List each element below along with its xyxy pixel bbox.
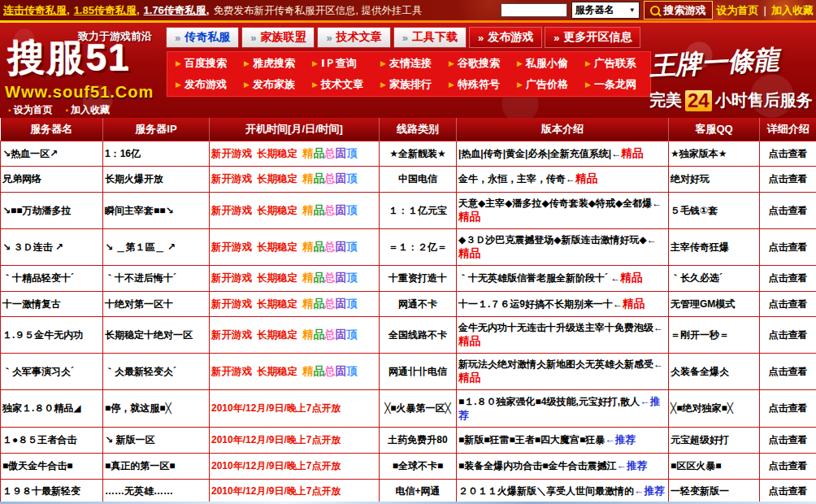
search-input[interactable] (501, 3, 567, 17)
detail-link[interactable]: 点击查看 (769, 460, 808, 471)
detail-link[interactable]: 点击查看 (769, 173, 808, 185)
nav-tabs: »传奇私服»家族联盟»技术文章»工具下载»发布游戏»更多开区信息 (166, 27, 640, 48)
open-time-cell: 新开游戏长期稳定精品总固顶 (210, 292, 380, 317)
version-intro-cell: ■新版■狂雷■王者■四大魔宫■狂暴←推荐 (457, 428, 669, 454)
service-qq-cell: 一轻变新版一 (669, 480, 760, 503)
server-name-cell[interactable]: １●８５王者合击 (1, 428, 103, 454)
open-time-cell: 新开游戏长期稳定精品总固顶 (210, 193, 380, 229)
set-home-link[interactable]: 设为首页 (717, 3, 759, 18)
line-type-cell: ＝１：２亿＝ (380, 229, 457, 266)
server-name-cell[interactable]: ↘ ３Ｄ连击 ↗ (1, 229, 103, 266)
nav-tab-5[interactable]: »发布游戏 (469, 27, 542, 48)
server-ip-cell: 长期火爆开放 (103, 167, 210, 193)
submenu-item[interactable]: ▶发布家族 (238, 77, 306, 92)
nav-tab-6[interactable]: »更多开区信息 (545, 27, 640, 48)
triangle-icon: ▶ (449, 59, 454, 67)
submenu-item[interactable]: ▶家族排行 (375, 77, 443, 92)
badge-stable: 长期稳定 (257, 205, 297, 216)
search-button[interactable]: 搜索游戏 (644, 1, 713, 20)
submenu-item[interactable]: ▶广告联系 (579, 56, 648, 71)
badge-stable: 长期稳定 (257, 148, 297, 159)
service-qq-cell: 元宝超级好打 (669, 428, 760, 454)
open-time-cell: 新开游戏长期稳定精品总固顶 (210, 317, 380, 354)
badge-new: 新开游戏 (211, 205, 252, 216)
marquee-link[interactable]: 1.85传奇私服, (74, 4, 140, 16)
submenu-item[interactable]: ▶雅虎搜索 (238, 56, 306, 71)
detail-link[interactable]: 点击查看 (769, 298, 808, 310)
intro-tag: 精品 (458, 371, 480, 384)
nav-tab-2[interactable]: »家族联盟 (241, 27, 315, 48)
badge-new: 新开游戏 (211, 241, 252, 253)
badge-rainbow-char: 品 (314, 204, 325, 216)
submenu-item[interactable]: ▶技术文章 (306, 77, 375, 92)
version-intro-cell: ◆３Ｄ沙巴克震撼登场◆新版连击激情好玩◆←精品 (457, 229, 669, 266)
detail-link[interactable]: 点击查看 (769, 205, 808, 216)
submenu-item-label: 谷歌搜索 (458, 56, 500, 71)
server-name-cell[interactable]: １９８十最新轻变 (1, 480, 103, 503)
badge-rainbow-char: 品 (314, 328, 325, 341)
site-logo[interactable]: 搜服51 (8, 37, 131, 79)
nav-tab-label: 家族联盟 (260, 30, 306, 45)
table-header-cell: 开机时间[月/日/时间] (210, 118, 380, 141)
line-type-cell: 土药免费升80 (380, 428, 457, 454)
open-time-cell: 新开游戏长期稳定精品总固顶 (210, 141, 380, 167)
server-name-cell[interactable]: 兄弟网络 (1, 167, 103, 193)
search-type-select[interactable]: 服务器名 ▼ (571, 2, 640, 19)
detail-link[interactable]: 点击查看 (769, 148, 808, 159)
detail-link[interactable]: 点击查看 (769, 366, 808, 377)
logo-add-favorite-link[interactable]: ▪ 加入收藏 (66, 103, 111, 117)
badge-new: 新开游戏 (211, 298, 252, 310)
server-ip-cell: ■真正的第一区■ (103, 454, 210, 480)
detail-link[interactable]: 点击查看 (769, 329, 808, 341)
table-row: ｀仌军事演习仌´｀仌最新轻变仌´新开游戏长期稳定精品总固顶网通卝卝电信新玩法仌绝… (1, 354, 816, 390)
server-name-cell[interactable]: ↘■■万劫潘多拉 (1, 193, 103, 229)
submenu-item[interactable]: ▶谷歌搜索 (443, 56, 511, 71)
add-favorite-link[interactable]: 加入收藏 (771, 3, 814, 18)
intro-text: ｀十无英雄版信誉老服全新阶段十´ ← (458, 272, 620, 284)
submenu-item[interactable]: ▶发布游戏 (170, 77, 238, 92)
version-intro-cell: 金牛，永恒，主宰，传奇←精品 (457, 167, 669, 193)
detail-link[interactable]: 点击查看 (769, 402, 808, 414)
intro-text: ■装备全爆内功合击■金牛合击震撼江 (458, 460, 617, 471)
intro-text: 新玩法仌绝对激情仌新地图仌无英雄仌新感受← (458, 358, 663, 370)
submenu-item[interactable]: ▶一条龙网 (579, 77, 648, 92)
server-name-cell[interactable]: ■傲天金牛合击■ (1, 454, 103, 480)
nav-tab-label: 更多开区信息 (563, 30, 632, 45)
server-ip-cell: 瞬间主宰套■■↘ (103, 193, 210, 229)
badge-rainbow-char: 固 (336, 147, 347, 159)
nav-tab-4[interactable]: »工具下载 (393, 27, 467, 48)
nav-tab-3[interactable]: »技术文章 (317, 27, 390, 48)
badge-rainbow-char: 总 (324, 241, 336, 253)
open-date: 2010年/12月/9日/晚上7点开放 (211, 460, 341, 471)
version-intro-cell: ■装备全爆内功合击■金牛合击震撼江←推荐 (457, 454, 669, 480)
detail-link[interactable]: 点击查看 (769, 241, 808, 253)
server-name-cell[interactable]: 独家１.８０精品◢ (1, 390, 103, 428)
badge-rainbow-char: 品 (314, 365, 325, 377)
submenu-item[interactable]: ▶友情连接 (375, 56, 443, 71)
badge-rainbow-char: 精 (302, 172, 314, 185)
server-name-cell[interactable]: ｀十精品轻变十´ (1, 266, 103, 292)
logo-set-home-link[interactable]: ▪ 设为首页 (8, 103, 53, 117)
detail-link[interactable]: 点击查看 (769, 485, 808, 497)
server-ip-cell: ｀十不进后悔十´ (103, 266, 210, 292)
submenu-item[interactable]: ▶私服小偷 (511, 56, 579, 71)
detail-link[interactable]: 点击查看 (769, 272, 808, 284)
server-name-cell[interactable]: ↘热血一区↗ (1, 141, 103, 167)
submenu-item[interactable]: ▶广告价格 (511, 77, 579, 92)
submenu-item[interactable]: ▶ⅠＰ查询 (306, 56, 375, 71)
detail-link[interactable]: 点击查看 (769, 434, 808, 445)
version-intro-cell: ｀十无英雄版信誉老服全新阶段十´ ←精品 (457, 266, 669, 292)
submenu-item[interactable]: ▶百度搜索 (170, 56, 238, 71)
submenu-item-label: 百度搜索 (184, 56, 227, 71)
intro-text: 天意◆主宰◆潘多拉◆传奇套装◆特戒◆全都爆← (458, 198, 662, 209)
badge-stable: 长期稳定 (257, 241, 297, 253)
server-ip-cell: 1：16亿 (103, 141, 210, 167)
marquee-link[interactable]: 连击传奇私服, (3, 4, 70, 16)
badge-rainbow-char: 精 (302, 328, 314, 341)
server-name-cell[interactable]: ｀仌军事演习仌´ (1, 354, 103, 390)
server-name-cell[interactable]: １.９５金牛无内功 (1, 317, 103, 354)
marquee-link[interactable]: 1.76传奇私服, (144, 4, 210, 16)
nav-tab-1[interactable]: »传奇私服 (166, 27, 239, 48)
submenu-item[interactable]: ▶特殊符号 (443, 77, 511, 92)
server-name-cell[interactable]: 十一激情复古 (1, 292, 103, 317)
